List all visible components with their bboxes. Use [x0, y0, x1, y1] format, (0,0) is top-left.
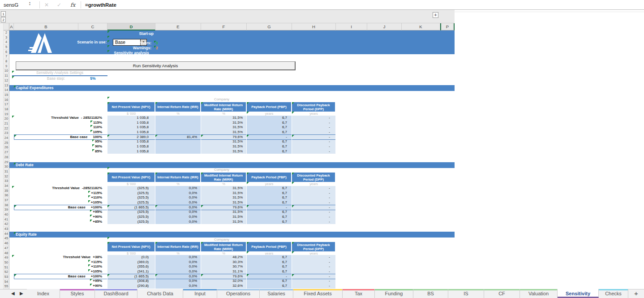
row-label[interactable]: +110% — [14, 264, 105, 269]
row-header-7[interactable]: 7 — [4, 54, 9, 59]
row-header-15[interactable]: 15 — [4, 93, 9, 98]
value-cell[interactable]: - — [292, 255, 335, 260]
value-cell[interactable]: - — [292, 260, 335, 265]
value-cell[interactable]: 6,7 — [247, 220, 292, 225]
row-label[interactable]: 85% — [14, 149, 105, 154]
row-header-8[interactable]: 8 — [4, 59, 9, 64]
column-header-H[interactable]: H — [292, 23, 336, 30]
row-header-13[interactable]: 13 — [4, 83, 9, 88]
column-header-B[interactable]: B — [14, 23, 78, 30]
value-cell[interactable]: - — [292, 144, 335, 149]
value-cell[interactable]: - — [292, 210, 335, 215]
row-header-28[interactable]: 28 — [4, 155, 9, 160]
value-cell[interactable]: 0,0% — [155, 274, 201, 279]
row-label[interactable]: Threshold Value-28521182% — [14, 186, 105, 191]
row-header-18[interactable]: 18 — [4, 107, 9, 112]
value-cell[interactable]: - — [292, 220, 335, 225]
tab-tax[interactable]: Tax — [343, 289, 375, 298]
row-header-50[interactable]: 50 — [4, 260, 9, 265]
accept-icon[interactable]: ✓ — [57, 0, 61, 10]
row-header-51[interactable]: 51 — [4, 265, 9, 270]
tab-cf[interactable]: CF — [484, 289, 520, 298]
row-header-11[interactable]: 11 — [4, 73, 9, 78]
value-cell[interactable]: 79,6% — [201, 274, 246, 279]
value-cell[interactable]: 32,0% — [201, 279, 246, 284]
value-cell[interactable]: 31,5% — [201, 210, 246, 215]
value-cell[interactable]: 1 035,8 — [107, 144, 155, 149]
row-label[interactable]: Threshold Value- 28521182% — [14, 116, 105, 121]
value-cell[interactable]: - — [292, 215, 335, 220]
value-cell[interactable]: - — [247, 205, 292, 210]
value-cell[interactable]: 2 389,0 — [107, 135, 155, 140]
tab-dashboard[interactable]: DashBoard — [95, 289, 137, 298]
row-label[interactable]: Base case100% — [14, 135, 105, 140]
column-header-A[interactable]: A — [9, 23, 14, 30]
value-cell[interactable]: 6,7 — [247, 210, 292, 215]
row-header-6[interactable]: 6 — [4, 50, 9, 55]
value-cell[interactable]: (325,5) — [107, 210, 155, 215]
value-cell[interactable]: 31,5% — [201, 186, 246, 191]
row-header-22[interactable]: 22 — [4, 126, 9, 131]
row-header-25[interactable]: 25 — [4, 141, 9, 146]
row-header-45[interactable]: 45 — [4, 236, 9, 241]
value-cell[interactable]: 6,7 — [247, 121, 292, 125]
row-header-43[interactable]: 43 — [4, 227, 9, 232]
value-cell[interactable]: 31,5% — [201, 125, 246, 130]
value-cell[interactable]: 6,7 — [247, 195, 292, 200]
row-header-36[interactable]: 36 — [4, 193, 9, 198]
value-cell[interactable]: 0,0% — [155, 255, 201, 260]
tab-valuation[interactable]: Valuation — [520, 289, 558, 298]
outline-level-2-button[interactable]: 2 — [1, 17, 6, 22]
row-header-3[interactable]: 3 — [4, 35, 9, 40]
row-header-23[interactable]: 23 — [4, 131, 9, 136]
row-header-38[interactable]: 38 — [4, 203, 9, 208]
value-cell[interactable]: 32,6% — [201, 284, 246, 289]
value-cell[interactable]: (369,0) — [107, 260, 155, 265]
run-sensitivity-button[interactable]: Run Sensitivity Analysis — [16, 61, 296, 70]
row-header-34[interactable]: 34 — [4, 184, 9, 189]
value-cell[interactable]: 0,0% — [155, 186, 201, 191]
row-header-42[interactable]: 42 — [4, 222, 9, 227]
value-cell[interactable]: - — [292, 186, 335, 191]
value-cell[interactable]: 6,7 — [247, 144, 292, 149]
value-cell[interactable]: - — [292, 139, 335, 144]
value-cell[interactable]: - — [292, 279, 335, 284]
row-header-24[interactable]: 24 — [4, 136, 9, 141]
row-header-9[interactable]: 9 — [4, 64, 9, 69]
row-label[interactable]: +95% — [14, 279, 105, 284]
value-cell[interactable]: (325,5) — [107, 191, 155, 196]
value-cell[interactable]: (0,0) — [107, 255, 155, 260]
value-cell[interactable]: 6,7 — [247, 116, 292, 121]
value-cell[interactable]: 0,0% — [155, 264, 201, 269]
tab-styles[interactable]: Styles — [60, 289, 95, 298]
column-header-I[interactable]: I — [336, 23, 367, 30]
value-cell[interactable]: - — [292, 116, 335, 121]
select-all-corner[interactable] — [4, 23, 9, 30]
value-cell[interactable]: 6,7 — [247, 149, 292, 154]
name-box[interactable]: sensG — [4, 0, 18, 10]
value-cell[interactable]: 31,5% — [201, 144, 246, 149]
value-cell[interactable]: 1 035,8 — [107, 116, 155, 121]
row-header-26[interactable]: 26 — [4, 145, 9, 150]
row-header-20[interactable]: 20 — [4, 117, 9, 121]
fx-icon[interactable]: fx — [70, 0, 75, 10]
row-header-52[interactable]: 52 — [4, 270, 9, 275]
row-header-21[interactable]: 21 — [4, 121, 9, 126]
value-cell[interactable]: - — [292, 135, 335, 140]
tab-sensitivity[interactable]: Sensitivity — [558, 289, 599, 298]
tabs-scroll-right-icon[interactable]: ▶ — [20, 289, 23, 298]
value-cell[interactable]: 0,0% — [155, 220, 201, 225]
value-cell[interactable]: 79,6% — [201, 205, 246, 210]
row-label[interactable]: Base case+100% — [14, 274, 105, 279]
value-cell[interactable]: (325,5) — [107, 186, 155, 191]
row-label[interactable]: +115% — [14, 191, 105, 196]
value-cell[interactable]: - — [292, 149, 335, 154]
name-box-spinner[interactable]: ▲▼ — [29, 1, 31, 6]
row-header-41[interactable]: 41 — [4, 217, 9, 222]
value-cell[interactable]: 1 035,8 — [107, 121, 155, 125]
row-label[interactable]: +115% — [14, 260, 105, 265]
value-cell[interactable]: 31,5% — [201, 191, 246, 196]
row-header-49[interactable]: 49 — [4, 255, 9, 260]
value-cell[interactable]: - — [292, 274, 335, 279]
tab-checks[interactable]: Checks — [599, 289, 628, 298]
